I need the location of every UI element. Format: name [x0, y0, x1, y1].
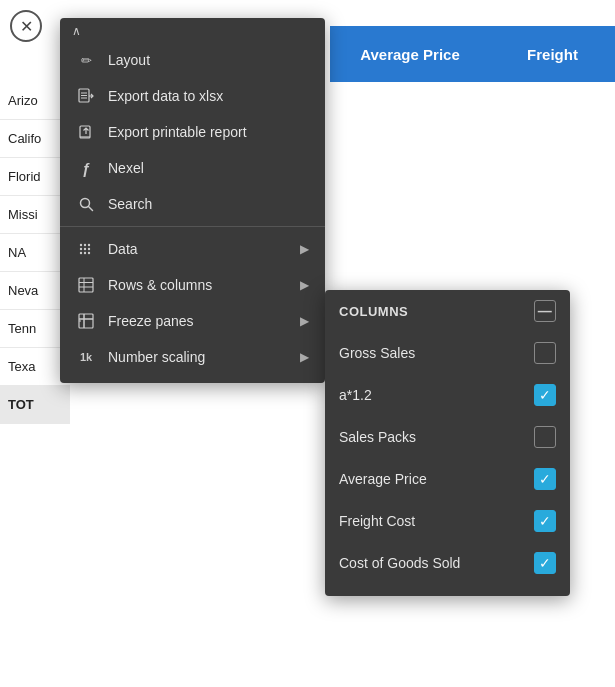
submenu-item-cogs[interactable]: Cost of Goods Sold ✓: [325, 542, 570, 584]
submenu-item-a12[interactable]: a*1.2 ✓: [325, 374, 570, 416]
header-freight: Freight: [490, 26, 615, 82]
avg-price-checkbox[interactable]: ✓: [534, 468, 556, 490]
submenu-item-gross-sales-label: Gross Sales: [339, 345, 415, 361]
submenu-header: COLUMNS —: [325, 290, 570, 332]
menu-item-export-xlsx[interactable]: Export data to xlsx: [60, 78, 325, 114]
rows-cols-icon: [76, 275, 96, 295]
menu-item-layout[interactable]: ✏ Layout: [60, 42, 325, 78]
arrow-right-icon-3: ▶: [300, 314, 309, 328]
menu-item-data[interactable]: Data ▶: [60, 231, 325, 267]
menu-item-data-label: Data: [108, 241, 138, 257]
submenu-item-freight-cost-label: Freight Cost: [339, 513, 415, 529]
chevron-up-icon: ∧: [72, 24, 81, 38]
svg-point-13: [84, 252, 86, 254]
menu-item-nexel-label: Nexel: [108, 160, 144, 176]
menu-item-search-label: Search: [108, 196, 152, 212]
close-button[interactable]: ✕: [10, 10, 42, 42]
svg-point-11: [84, 244, 86, 246]
data-icon: [76, 239, 96, 259]
export-xlsx-icon: [76, 86, 96, 106]
sales-packs-checkbox[interactable]: [534, 426, 556, 448]
svg-rect-4: [80, 126, 90, 138]
submenu-item-freight-cost[interactable]: Freight Cost ✓: [325, 500, 570, 542]
columns-submenu: COLUMNS — Gross Sales a*1.2 ✓ Sales Pack…: [325, 290, 570, 596]
submenu-item-a12-label: a*1.2: [339, 387, 372, 403]
submenu-title: COLUMNS: [339, 304, 408, 319]
checkmark-icon: ✓: [539, 387, 551, 403]
svg-point-15: [88, 248, 90, 250]
arrow-right-icon-2: ▶: [300, 278, 309, 292]
search-icon: [76, 194, 96, 214]
menu-item-number-scaling-label: Number scaling: [108, 349, 205, 365]
freeze-icon: [76, 311, 96, 331]
minus-icon: —: [538, 303, 553, 319]
svg-point-14: [88, 244, 90, 246]
row-total: TOT: [0, 386, 70, 424]
arrow-right-icon: ▶: [300, 242, 309, 256]
submenu-item-avg-price[interactable]: Average Price ✓: [325, 458, 570, 500]
menu-item-rows-cols[interactable]: Rows & columns ▶: [60, 267, 325, 303]
svg-point-16: [88, 252, 90, 254]
arrow-right-icon-4: ▶: [300, 350, 309, 364]
minus-button[interactable]: —: [534, 300, 556, 322]
header-avg-price: Average Price: [330, 26, 490, 82]
svg-point-12: [84, 248, 86, 250]
close-icon: ✕: [20, 17, 33, 36]
menu-divider: [60, 226, 325, 227]
submenu-item-avg-price-label: Average Price: [339, 471, 427, 487]
menu-item-export-xlsx-label: Export data to xlsx: [108, 88, 223, 104]
pencil-icon: ✏: [76, 50, 96, 70]
gross-sales-checkbox[interactable]: [534, 342, 556, 364]
a12-checkbox[interactable]: ✓: [534, 384, 556, 406]
svg-point-9: [80, 248, 82, 250]
menu-item-layout-label: Layout: [108, 52, 150, 68]
freight-cost-checkbox[interactable]: ✓: [534, 510, 556, 532]
menu-item-freeze[interactable]: Freeze panes ▶: [60, 303, 325, 339]
svg-point-8: [80, 244, 82, 246]
menu-item-export-print[interactable]: Export printable report: [60, 114, 325, 150]
svg-line-7: [88, 206, 92, 210]
checkmark-icon-3: ✓: [539, 513, 551, 529]
menu-item-number-scaling[interactable]: 1k Number scaling ▶: [60, 339, 325, 375]
svg-rect-21: [79, 314, 93, 328]
context-menu: ∧ ✏ Layout Export data to xlsx Exp: [60, 18, 325, 383]
submenu-item-cogs-label: Cost of Goods Sold: [339, 555, 460, 571]
checkmark-icon-2: ✓: [539, 471, 551, 487]
menu-item-export-print-label: Export printable report: [108, 124, 247, 140]
fx-icon: ƒ: [76, 158, 96, 178]
checkmark-icon-4: ✓: [539, 555, 551, 571]
submenu-item-sales-packs-label: Sales Packs: [339, 429, 416, 445]
menu-item-freeze-label: Freeze panes: [108, 313, 194, 329]
svg-point-10: [80, 252, 82, 254]
number-scaling-icon: 1k: [76, 347, 96, 367]
submenu-item-sales-packs[interactable]: Sales Packs: [325, 416, 570, 458]
menu-arrow-up: ∧: [60, 18, 325, 42]
menu-item-search[interactable]: Search: [60, 186, 325, 222]
export-print-icon: [76, 122, 96, 142]
cogs-checkbox[interactable]: ✓: [534, 552, 556, 574]
menu-item-rows-cols-label: Rows & columns: [108, 277, 212, 293]
menu-item-nexel[interactable]: ƒ Nexel: [60, 150, 325, 186]
submenu-item-gross-sales[interactable]: Gross Sales: [325, 332, 570, 374]
svg-rect-17: [79, 278, 93, 292]
